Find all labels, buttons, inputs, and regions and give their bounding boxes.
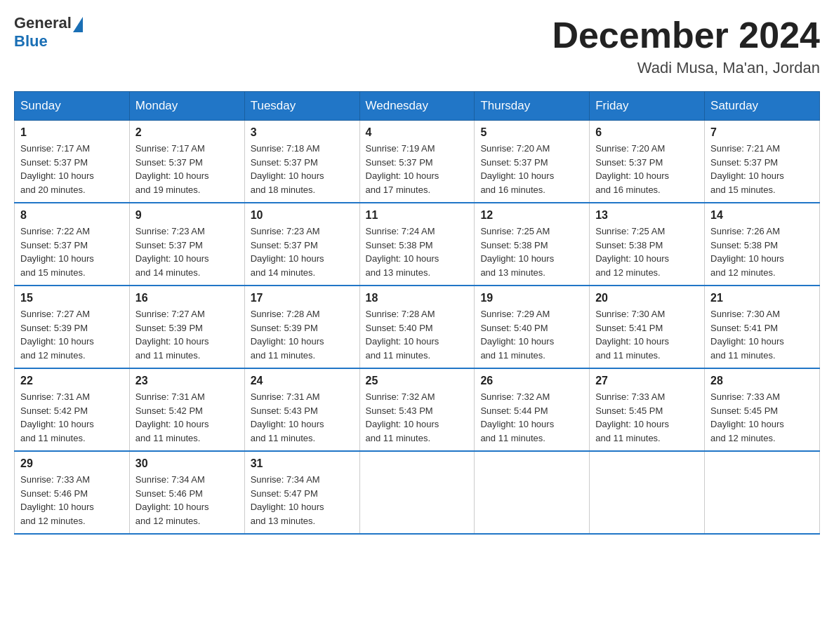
day-number: 17 (251, 292, 354, 304)
calendar-cell: 22Sunrise: 7:31 AMSunset: 5:42 PMDayligh… (15, 368, 130, 451)
day-number: 24 (251, 375, 354, 387)
day-number: 10 (251, 209, 354, 222)
day-info: Sunrise: 7:32 AMSunset: 5:44 PMDaylight:… (480, 390, 583, 445)
day-info: Sunrise: 7:33 AMSunset: 5:45 PMDaylight:… (595, 390, 699, 445)
day-info: Sunrise: 7:31 AMSunset: 5:42 PMDaylight:… (135, 390, 239, 445)
calendar-cell: 8Sunrise: 7:22 AMSunset: 5:37 PMDaylight… (15, 203, 130, 286)
calendar-cell: 7Sunrise: 7:21 AMSunset: 5:37 PMDaylight… (705, 121, 820, 203)
title-section: December 2024 Wadi Musa, Ma'an, Jordan (552, 14, 820, 77)
calendar-cell (359, 451, 475, 534)
day-info: Sunrise: 7:23 AMSunset: 5:37 PMDaylight:… (135, 224, 239, 279)
calendar-cell: 1Sunrise: 7:17 AMSunset: 5:37 PMDaylight… (15, 121, 130, 203)
calendar-cell: 18Sunrise: 7:28 AMSunset: 5:40 PMDayligh… (359, 286, 475, 368)
calendar-cell: 19Sunrise: 7:29 AMSunset: 5:40 PMDayligh… (475, 286, 590, 368)
calendar-cell: 24Sunrise: 7:31 AMSunset: 5:43 PMDayligh… (244, 368, 359, 451)
day-info: Sunrise: 7:22 AMSunset: 5:37 PMDaylight:… (20, 224, 124, 279)
calendar-cell: 27Sunrise: 7:33 AMSunset: 5:45 PMDayligh… (590, 368, 705, 451)
calendar-cell: 4Sunrise: 7:19 AMSunset: 5:37 PMDaylight… (359, 121, 475, 203)
day-number: 21 (710, 292, 814, 304)
day-number: 31 (251, 457, 354, 470)
day-number: 12 (480, 209, 583, 222)
calendar-cell: 6Sunrise: 7:20 AMSunset: 5:37 PMDaylight… (590, 121, 705, 203)
calendar-cell: 9Sunrise: 7:23 AMSunset: 5:37 PMDaylight… (129, 203, 244, 286)
day-info: Sunrise: 7:30 AMSunset: 5:41 PMDaylight:… (710, 307, 814, 362)
calendar-cell: 11Sunrise: 7:24 AMSunset: 5:38 PMDayligh… (359, 203, 475, 286)
calendar-cell: 31Sunrise: 7:34 AMSunset: 5:47 PMDayligh… (244, 451, 359, 534)
day-number: 23 (135, 375, 239, 387)
day-info: Sunrise: 7:17 AMSunset: 5:37 PMDaylight:… (20, 142, 124, 196)
calendar-cell: 13Sunrise: 7:25 AMSunset: 5:38 PMDayligh… (590, 203, 705, 286)
day-number: 9 (135, 209, 239, 222)
week-row-3: 15Sunrise: 7:27 AMSunset: 5:39 PMDayligh… (15, 286, 820, 368)
day-info: Sunrise: 7:23 AMSunset: 5:37 PMDaylight:… (251, 224, 354, 279)
day-number: 1 (20, 126, 124, 139)
header-saturday: Saturday (705, 92, 820, 121)
day-number: 7 (710, 126, 814, 139)
calendar-cell: 29Sunrise: 7:33 AMSunset: 5:46 PMDayligh… (15, 451, 130, 534)
day-info: Sunrise: 7:20 AMSunset: 5:37 PMDaylight:… (480, 142, 583, 196)
header-sunday: Sunday (15, 92, 130, 121)
calendar-cell: 3Sunrise: 7:18 AMSunset: 5:37 PMDaylight… (244, 121, 359, 203)
day-number: 5 (480, 126, 583, 139)
week-row-1: 1Sunrise: 7:17 AMSunset: 5:37 PMDaylight… (15, 121, 820, 203)
day-info: Sunrise: 7:30 AMSunset: 5:41 PMDaylight:… (595, 307, 699, 362)
day-info: Sunrise: 7:24 AMSunset: 5:38 PMDaylight:… (366, 224, 469, 279)
day-info: Sunrise: 7:34 AMSunset: 5:47 PMDaylight:… (251, 473, 354, 528)
day-number: 4 (366, 126, 469, 139)
day-info: Sunrise: 7:19 AMSunset: 5:37 PMDaylight:… (366, 142, 469, 196)
day-number: 11 (366, 209, 469, 222)
day-number: 22 (20, 375, 124, 387)
calendar-cell: 12Sunrise: 7:25 AMSunset: 5:38 PMDayligh… (475, 203, 590, 286)
day-info: Sunrise: 7:20 AMSunset: 5:37 PMDaylight:… (595, 142, 699, 196)
calendar-cell: 25Sunrise: 7:32 AMSunset: 5:43 PMDayligh… (359, 368, 475, 451)
day-info: Sunrise: 7:21 AMSunset: 5:37 PMDaylight:… (710, 142, 814, 196)
calendar-cell (590, 451, 705, 534)
header-thursday: Thursday (475, 92, 590, 121)
day-number: 3 (251, 126, 354, 139)
day-number: 8 (20, 209, 124, 222)
calendar-cell: 26Sunrise: 7:32 AMSunset: 5:44 PMDayligh… (475, 368, 590, 451)
week-row-2: 8Sunrise: 7:22 AMSunset: 5:37 PMDaylight… (15, 203, 820, 286)
header-wednesday: Wednesday (359, 92, 475, 121)
day-number: 29 (20, 457, 124, 470)
day-number: 6 (595, 126, 699, 139)
page-header: General Blue December 2024 Wadi Musa, Ma… (14, 14, 820, 77)
calendar-cell: 16Sunrise: 7:27 AMSunset: 5:39 PMDayligh… (129, 286, 244, 368)
day-number: 19 (480, 292, 583, 304)
day-info: Sunrise: 7:33 AMSunset: 5:46 PMDaylight:… (20, 473, 124, 528)
day-info: Sunrise: 7:25 AMSunset: 5:38 PMDaylight:… (595, 224, 699, 279)
day-number: 28 (710, 375, 814, 387)
day-info: Sunrise: 7:31 AMSunset: 5:42 PMDaylight:… (20, 390, 124, 445)
calendar-table: SundayMondayTuesdayWednesdayThursdayFrid… (14, 91, 820, 535)
day-info: Sunrise: 7:25 AMSunset: 5:38 PMDaylight:… (480, 224, 583, 279)
calendar-cell: 14Sunrise: 7:26 AMSunset: 5:38 PMDayligh… (705, 203, 820, 286)
header-row: SundayMondayTuesdayWednesdayThursdayFrid… (15, 92, 820, 121)
day-info: Sunrise: 7:33 AMSunset: 5:45 PMDaylight:… (710, 390, 814, 445)
day-number: 27 (595, 375, 699, 387)
week-row-4: 22Sunrise: 7:31 AMSunset: 5:42 PMDayligh… (15, 368, 820, 451)
day-number: 30 (135, 457, 239, 470)
logo-triangle-icon (73, 17, 83, 32)
calendar-cell: 2Sunrise: 7:17 AMSunset: 5:37 PMDaylight… (129, 121, 244, 203)
calendar-cell: 5Sunrise: 7:20 AMSunset: 5:37 PMDaylight… (475, 121, 590, 203)
logo: General Blue (14, 14, 83, 51)
calendar-cell (705, 451, 820, 534)
day-number: 25 (366, 375, 469, 387)
logo-blue-text: Blue (14, 32, 48, 51)
calendar-cell: 15Sunrise: 7:27 AMSunset: 5:39 PMDayligh… (15, 286, 130, 368)
day-info: Sunrise: 7:32 AMSunset: 5:43 PMDaylight:… (366, 390, 469, 445)
day-number: 14 (710, 209, 814, 222)
header-friday: Friday (590, 92, 705, 121)
calendar-cell (475, 451, 590, 534)
calendar-cell: 10Sunrise: 7:23 AMSunset: 5:37 PMDayligh… (244, 203, 359, 286)
day-number: 26 (480, 375, 583, 387)
calendar-cell: 20Sunrise: 7:30 AMSunset: 5:41 PMDayligh… (590, 286, 705, 368)
day-info: Sunrise: 7:27 AMSunset: 5:39 PMDaylight:… (135, 307, 239, 362)
day-info: Sunrise: 7:18 AMSunset: 5:37 PMDaylight:… (251, 142, 354, 196)
logo-general-text: General (14, 14, 72, 32)
day-number: 20 (595, 292, 699, 304)
header-monday: Monday (129, 92, 244, 121)
calendar-cell: 28Sunrise: 7:33 AMSunset: 5:45 PMDayligh… (705, 368, 820, 451)
calendar-cell: 21Sunrise: 7:30 AMSunset: 5:41 PMDayligh… (705, 286, 820, 368)
day-number: 18 (366, 292, 469, 304)
